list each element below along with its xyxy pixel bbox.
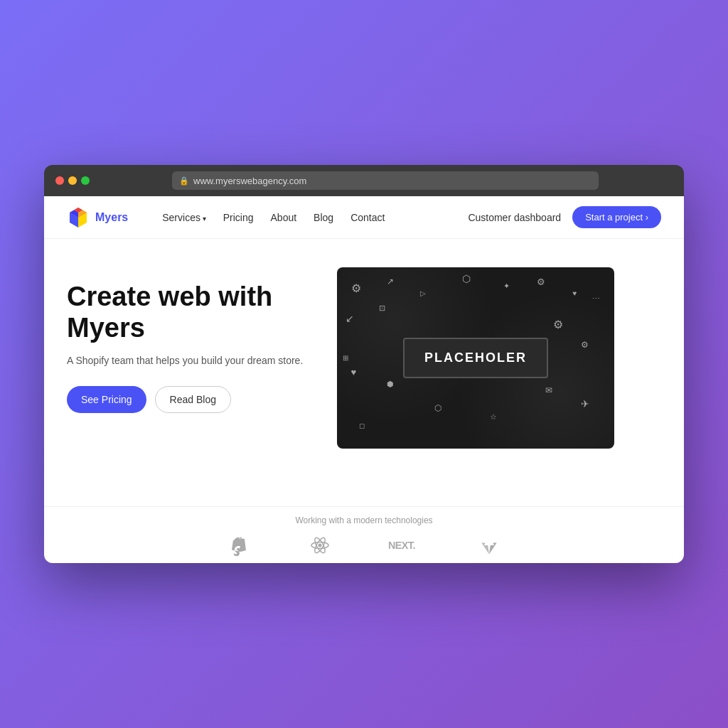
customer-dashboard-link[interactable]: Customer dashboard <box>468 212 561 223</box>
hero-image: ⚙ ↗ ▷ ⬡ ✦ ⚙ ♥ ↙ ⊡ ⚙ ⚙ ♥ ⬢ ✉ ✈ <box>337 267 614 449</box>
lock-icon: 🔒 <box>179 176 189 186</box>
logo-area[interactable]: Myers <box>67 206 128 229</box>
hero-buttons: See Pricing Read Blog <box>67 386 309 413</box>
tech-section: Working with a modern technologies <box>44 506 684 563</box>
hero-section: Create web with Myers A Shopify team tha… <box>44 239 684 506</box>
hero-right: ⚙ ↗ ▷ ⬡ ✦ ⚙ ♥ ↙ ⊡ ⚙ ⚙ ♥ ⬢ ✉ ✈ <box>337 267 661 449</box>
nav-item-about[interactable]: About <box>271 211 297 224</box>
nav-item-blog[interactable]: Blog <box>314 211 333 224</box>
nav-right: Customer dashboard Start a project › <box>468 206 661 228</box>
astro-tech-item <box>479 534 499 557</box>
hero-left: Create web with Myers A Shopify team tha… <box>67 267 309 413</box>
maximize-button[interactable] <box>81 176 90 185</box>
address-bar[interactable]: 🔒 www.myerswebagency.com <box>172 171 599 190</box>
nav-link-about[interactable]: About <box>271 212 297 223</box>
nav-link-services[interactable]: Services <box>162 212 205 223</box>
nextjs-icon: NEXT. <box>388 538 422 552</box>
close-button[interactable] <box>55 176 64 185</box>
logo-text: Myers <box>95 211 128 224</box>
navbar: Myers Services Pricing About Blog Contac… <box>44 196 684 239</box>
tech-label: Working with a modern technologies <box>67 515 661 525</box>
nav-link-pricing[interactable]: Pricing <box>223 212 254 223</box>
nav-links: Services Pricing About Blog Contact <box>162 211 385 224</box>
nav-item-contact[interactable]: Contact <box>350 211 385 224</box>
nav-item-pricing[interactable]: Pricing <box>223 211 254 224</box>
placeholder-label: PLACEHOLER <box>403 338 548 378</box>
shopify-icon <box>229 534 252 557</box>
astro-icon <box>479 534 499 557</box>
nextjs-tech-item: NEXT. <box>388 538 422 552</box>
minimize-button[interactable] <box>68 176 77 185</box>
svg-text:NEXT.: NEXT. <box>388 540 415 551</box>
browser-window: 🔒 www.myerswebagency.com Myers <box>44 165 684 563</box>
url-text: www.myerswebagency.com <box>193 176 306 186</box>
logo-icon <box>67 206 90 229</box>
react-icon <box>309 534 331 557</box>
svg-point-7 <box>318 544 322 547</box>
hero-title: Create web with Myers <box>67 282 309 343</box>
nav-link-contact[interactable]: Contact <box>350 212 385 223</box>
react-tech-item <box>309 534 331 557</box>
shopify-tech-item <box>229 534 252 557</box>
nav-item-services[interactable]: Services <box>162 211 205 224</box>
hero-subtitle: A Shopify team that helps you build your… <box>67 355 309 366</box>
read-blog-button[interactable]: Read Blog <box>155 386 231 413</box>
traffic-lights <box>55 176 90 185</box>
see-pricing-button[interactable]: See Pricing <box>67 386 146 413</box>
browser-content: Myers Services Pricing About Blog Contac… <box>44 196 684 563</box>
start-project-button[interactable]: Start a project › <box>572 206 661 228</box>
tech-icons: NEXT. <box>67 534 661 557</box>
nav-link-blog[interactable]: Blog <box>314 212 333 223</box>
browser-chrome: 🔒 www.myerswebagency.com <box>44 165 684 196</box>
